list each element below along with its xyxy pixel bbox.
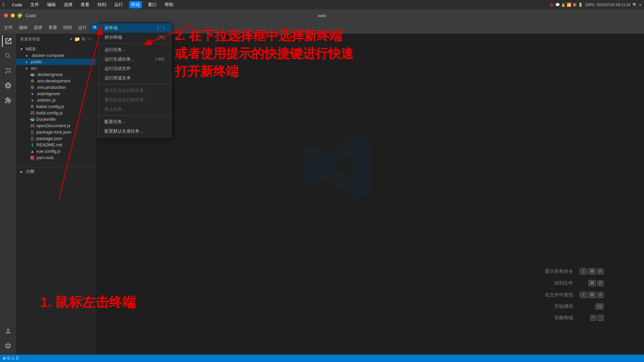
activity-search[interactable]: [2, 50, 14, 62]
menubar-window[interactable]: 窗口: [146, 1, 159, 8]
error-count: 0: [7, 356, 10, 361]
folder-public[interactable]: ▸ public: [16, 59, 96, 65]
menu-item-split-terminal[interactable]: 拆分终端 [⌘]: [98, 33, 171, 42]
activity-extensions[interactable]: [2, 94, 14, 106]
menu-item-label: 运行任务...: [105, 47, 126, 53]
vscode-menu-file[interactable]: 文件: [1, 23, 15, 32]
shortcut-start-debug: 开始调试 F5: [533, 303, 604, 310]
collapse-icon[interactable]: ⋯: [87, 36, 92, 42]
menubar-file[interactable]: 文件: [28, 1, 41, 8]
activity-explorer[interactable]: [2, 35, 14, 47]
macos-menubar:  Code 文件 编辑 选择 查看 转到 运行 终端 窗口 帮助 🐞 💬 🔒 …: [0, 0, 644, 9]
menu-item-label: 终止任务...: [105, 106, 126, 112]
file-package-json[interactable]: {} package.json: [16, 135, 96, 142]
menu-item-show-running: 显示正在运行的任务...: [98, 86, 171, 95]
annotation-2: 2. 在下拉选择框中选择新终端 或者使用提示的快捷键进行快速 打开新终端: [175, 27, 354, 81]
activity-bar-bottom: [2, 325, 14, 352]
file-vue-config[interactable]: ▲ vue.config.js: [16, 148, 96, 154]
menu-separator: [98, 115, 171, 116]
vscode-watermark: [303, 133, 370, 202]
vscode-menu-run[interactable]: 运行: [75, 23, 89, 32]
key-shift: ⇧: [580, 268, 587, 275]
status-errors[interactable]: ⊗ 0 ⚠ 0: [3, 356, 18, 361]
new-file-icon[interactable]: +: [70, 36, 73, 42]
file-dockerignore[interactable]: 🐳 .dockerignore: [16, 71, 96, 78]
file-icon: 🐳: [30, 117, 35, 122]
file-icon: JS: [30, 123, 35, 128]
chevron-down-icon: ▾: [19, 47, 24, 51]
menubar-code[interactable]: Code: [10, 2, 24, 8]
outline-toggle[interactable]: ▸ 大纲: [16, 168, 96, 175]
chevron-right-icon: ▸: [19, 169, 24, 174]
vscode-menu-edit[interactable]: 编辑: [16, 23, 30, 32]
file-icon: {}: [30, 136, 35, 141]
folder-src[interactable]: ▸ src: [16, 65, 96, 71]
menu-item-run-build-task[interactable]: 运行生成任务... ⇧⌘B: [98, 55, 171, 64]
menu-item-label: 显示正在运行的任务...: [105, 87, 148, 94]
file-env-prod[interactable]: ⚙ .env.production: [16, 84, 96, 90]
menu-item-run-selected[interactable]: 运行所选文本: [98, 73, 171, 83]
menubar-terminal[interactable]: 终端: [129, 1, 142, 8]
menubar-edit[interactable]: 编辑: [45, 1, 58, 8]
shortcut-keys: F5: [595, 303, 604, 310]
key-shift: ⇧: [580, 292, 587, 298]
chevron-right-icon: ▸: [24, 66, 30, 71]
key-cmd: ⌘: [588, 280, 596, 286]
editor-area: 显示所有命令 ⇧ ⌘ P 转到文件 ⌘ P 在文件中查找: [97, 34, 644, 355]
file-readme[interactable]: ℹ README.md: [16, 142, 96, 148]
new-folder-icon[interactable]: 📁: [74, 36, 80, 42]
key-f5: F5: [595, 303, 604, 310]
file-icon: 🐳: [30, 72, 35, 77]
close-button[interactable]: [4, 13, 8, 17]
key-f: F: [597, 292, 604, 298]
folder-docker-compose[interactable]: ▸ .docker-compose: [16, 52, 96, 59]
menu-separator: [98, 84, 171, 84]
file-eslintignore[interactable]: ● .eslintignore: [16, 90, 96, 97]
key-p: P: [597, 280, 604, 286]
file-dockerfile[interactable]: 🐳 Dockerfile: [16, 116, 96, 122]
file-package-lock[interactable]: {} package-lock.json: [16, 129, 96, 135]
file-yarn-lock[interactable]: 🧶 yarn.lock: [16, 154, 96, 161]
minimize-button[interactable]: [11, 13, 15, 17]
shortcut-label: 切换终端: [533, 315, 573, 321]
file-icon: JS: [30, 111, 35, 115]
file-icon: ℹ: [30, 143, 35, 147]
activity-settings[interactable]: [2, 340, 14, 352]
menubar-view[interactable]: 查看: [79, 1, 91, 8]
vscode-menu-view[interactable]: 查看: [46, 23, 60, 32]
file-build-config[interactable]: JS build.config.js: [16, 110, 96, 116]
menubar-goto[interactable]: 转到: [95, 1, 108, 8]
refresh-icon[interactable]: ↻: [82, 36, 86, 42]
siri-icon[interactable]: ≡: [639, 3, 641, 7]
sidebar-header-actions: + 📁 ↻ ⋯: [70, 36, 92, 42]
outline-label: 大纲: [26, 169, 34, 175]
file-opendocument[interactable]: JS openDocument.js: [16, 122, 96, 129]
menu-item-label: 运行所选文本: [105, 75, 131, 81]
menu-item-shortcut: ⇧⌘B: [154, 57, 164, 62]
shortcuts-area: 显示所有命令 ⇧ ⌘ P 转到文件 ⌘ P 在文件中查找: [533, 268, 604, 321]
section-web[interactable]: ▾ WEB: [16, 46, 96, 52]
menu-item-configure-tasks[interactable]: 配置任务...: [98, 117, 171, 126]
menubar-run[interactable]: 运行: [112, 1, 125, 8]
app-name-area: ⚡ Code: [17, 12, 36, 19]
chevron-right-icon: ▸: [24, 53, 30, 58]
activity-debug[interactable]: [2, 79, 14, 92]
menubar-help[interactable]: 帮助: [163, 1, 175, 8]
menu-item-run-task[interactable]: 运行任务...: [98, 45, 171, 55]
file-name: vue.config.js: [36, 149, 61, 154]
menu-item-new-terminal[interactable]: 新终端 [⌃`]: [98, 23, 171, 33]
file-env-dev[interactable]: ⚙ .env.development: [16, 78, 96, 84]
menu-item-label: 配置任务...: [105, 119, 126, 125]
search-icon[interactable]: 🔍: [633, 3, 637, 7]
menu-item-configure-default-task[interactable]: 配置默认生成任务...: [98, 126, 171, 136]
activity-account[interactable]: [2, 325, 14, 337]
activity-source-control[interactable]: [2, 65, 14, 77]
menubar-select[interactable]: 选择: [62, 1, 75, 8]
vscode-menu-select[interactable]: 选择: [31, 23, 45, 32]
shortcut-all-commands: 显示所有命令 ⇧ ⌘ P: [533, 268, 604, 275]
shortcut-label: 转到文件: [533, 280, 573, 286]
file-eslintrc[interactable]: ● .eslintrc.js: [16, 97, 96, 103]
file-babel[interactable]: B babel.config.js: [16, 103, 96, 110]
menu-item-run-active-file[interactable]: 运行活动文件: [98, 64, 171, 73]
vscode-menu-goto[interactable]: 转到: [61, 23, 75, 32]
